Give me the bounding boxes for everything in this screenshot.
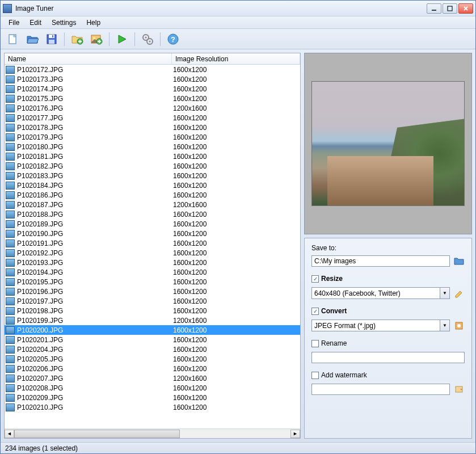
- file-row[interactable]: P1020195.JPG1600x1200: [5, 277, 300, 287]
- file-resolution: 1600x1200: [173, 75, 300, 83]
- file-resolution: 1600x1200: [173, 384, 300, 392]
- file-row[interactable]: P1020173.JPG1600x1200: [5, 74, 300, 84]
- app-icon: [3, 4, 12, 13]
- file-row[interactable]: P1020193.JPG1600x1200: [5, 258, 300, 267]
- file-row[interactable]: P1020201.JPG1600x1200: [5, 335, 300, 344]
- menu-edit[interactable]: Edit: [25, 18, 46, 28]
- file-row[interactable]: P1020176.JPG1200x1600: [5, 103, 300, 113]
- file-resolution: 1600x1200: [173, 153, 300, 161]
- file-row[interactable]: P1020199.JPG1200x1600: [5, 316, 300, 325]
- file-row[interactable]: P1020180.JPG1600x1200: [5, 142, 300, 152]
- file-row[interactable]: P1020192.JPG1600x1200: [5, 248, 300, 258]
- file-name: P1020189.JPG: [17, 220, 173, 228]
- file-resolution: 1600x1200: [173, 307, 300, 315]
- file-row[interactable]: P1020177.JPG1600x1200: [5, 113, 300, 123]
- file-row[interactable]: P1020197.JPG1600x1200: [5, 296, 300, 306]
- rename-input[interactable]: [311, 352, 465, 363]
- watermark-input[interactable]: [311, 384, 450, 395]
- image-file-icon: [6, 307, 15, 315]
- file-row[interactable]: P1020179.JPG1600x1200: [5, 132, 300, 142]
- file-row[interactable]: P1020209.JPG1600x1200: [5, 393, 300, 402]
- convert-select[interactable]: JPEG Format (*.jpg) ▼: [311, 320, 450, 331]
- file-row[interactable]: P1020186.JPG1600x1200: [5, 190, 300, 200]
- status-bar: 234 images (1 selected): [1, 442, 475, 453]
- rename-checkbox[interactable]: [311, 340, 319, 347]
- image-file-icon: [6, 259, 15, 267]
- scroll-left-button[interactable]: ◄: [5, 430, 14, 438]
- file-resolution: 1600x1200: [173, 211, 300, 218]
- run-button[interactable]: [114, 31, 130, 47]
- file-name: P1020188.JPG: [17, 211, 173, 218]
- file-row[interactable]: P1020188.JPG1600x1200: [5, 209, 300, 219]
- convert-checkbox[interactable]: [311, 308, 319, 315]
- file-row[interactable]: P1020175.JPG1600x1200: [5, 94, 300, 103]
- file-list[interactable]: P1020172.JPG1600x1200P1020173.JPG1600x12…: [5, 65, 300, 428]
- file-name: P1020206.JPG: [17, 365, 173, 373]
- save-to-input[interactable]: [311, 255, 450, 267]
- settings-button[interactable]: [140, 31, 155, 47]
- file-resolution: 1200x1600: [173, 201, 300, 209]
- file-row[interactable]: P1020184.JPG1600x1200: [5, 180, 300, 190]
- help-button[interactable]: ?: [165, 31, 181, 47]
- file-row[interactable]: P1020200.JPG1600x1200: [5, 325, 300, 335]
- file-row[interactable]: P1020183.JPG1600x1200: [5, 171, 300, 180]
- file-row[interactable]: P1020208.JPG1600x1200: [5, 383, 300, 393]
- image-file-icon: [6, 191, 15, 199]
- browse-folder-button[interactable]: [453, 255, 465, 267]
- file-row[interactable]: P1020189.JPG1600x1200: [5, 219, 300, 229]
- file-row[interactable]: P1020174.JPG1600x1200: [5, 84, 300, 94]
- file-row[interactable]: P1020207.JPG1200x1600: [5, 373, 300, 383]
- file-row[interactable]: P1020187.JPG1200x1600: [5, 200, 300, 209]
- save-button[interactable]: [44, 31, 60, 47]
- menu-help[interactable]: Help: [82, 18, 105, 28]
- file-name: P1020184.JPG: [17, 182, 173, 190]
- file-row[interactable]: P1020198.JPG1600x1200: [5, 306, 300, 316]
- file-name: P1020183.JPG: [17, 172, 173, 180]
- column-resolution[interactable]: Image Resolution: [172, 53, 300, 64]
- file-row[interactable]: P1020191.JPG1600x1200: [5, 238, 300, 248]
- column-name[interactable]: Name: [5, 53, 172, 64]
- file-name: P1020174.JPG: [17, 85, 173, 93]
- image-file-icon: [6, 375, 15, 382]
- file-row[interactable]: P1020181.JPG1600x1200: [5, 152, 300, 161]
- file-resolution: 1600x1200: [173, 365, 300, 373]
- file-row[interactable]: P1020210.JPG1600x1200: [5, 402, 300, 412]
- scroll-track[interactable]: [14, 430, 290, 438]
- resize-edit-button[interactable]: [453, 288, 465, 299]
- file-row[interactable]: P1020194.JPG1600x1200: [5, 267, 300, 277]
- app-window: Image Tuner File Edit Settings Help: [0, 0, 476, 454]
- file-row[interactable]: P1020206.JPG1600x1200: [5, 364, 300, 373]
- file-resolution: 1600x1200: [173, 394, 300, 402]
- file-name: P1020201.JPG: [17, 336, 173, 344]
- file-name: P1020193.JPG: [17, 259, 173, 267]
- maximize-button[interactable]: [443, 3, 457, 14]
- minimize-button[interactable]: [427, 3, 441, 14]
- file-row[interactable]: P1020178.JPG1600x1200: [5, 123, 300, 132]
- watermark-browse-button[interactable]: [453, 384, 465, 395]
- add-image-button[interactable]: [89, 31, 104, 47]
- image-file-icon: [6, 162, 15, 170]
- scroll-right-button[interactable]: ►: [290, 430, 300, 438]
- file-resolution: 1600x1200: [173, 326, 300, 334]
- file-row[interactable]: P1020190.JPG1600x1200: [5, 229, 300, 238]
- menu-file[interactable]: File: [4, 18, 24, 28]
- watermark-checkbox[interactable]: [311, 372, 319, 379]
- image-file-icon: [6, 182, 15, 190]
- file-row[interactable]: P1020196.JPG1600x1200: [5, 287, 300, 296]
- file-row[interactable]: P1020172.JPG1600x1200: [5, 65, 300, 74]
- open-folder-button[interactable]: [24, 31, 40, 47]
- close-button[interactable]: [458, 3, 473, 14]
- resize-checkbox[interactable]: [311, 275, 319, 283]
- file-row[interactable]: P1020204.JPG1600x1200: [5, 344, 300, 354]
- add-folder-button[interactable]: [69, 31, 85, 47]
- scroll-thumb[interactable]: [14, 430, 180, 438]
- file-resolution: 1200x1600: [173, 317, 300, 325]
- convert-settings-button[interactable]: [453, 320, 465, 331]
- new-button[interactable]: [5, 31, 21, 47]
- resize-select[interactable]: 640x480 (Facebook, Twitter) ▼: [311, 287, 450, 299]
- horizontal-scrollbar[interactable]: ◄ ►: [5, 428, 300, 438]
- file-row[interactable]: P1020182.JPG1600x1200: [5, 161, 300, 171]
- file-row[interactable]: P1020205.JPG1600x1200: [5, 354, 300, 364]
- menu-settings[interactable]: Settings: [47, 18, 81, 28]
- file-resolution: 1600x1200: [173, 85, 300, 93]
